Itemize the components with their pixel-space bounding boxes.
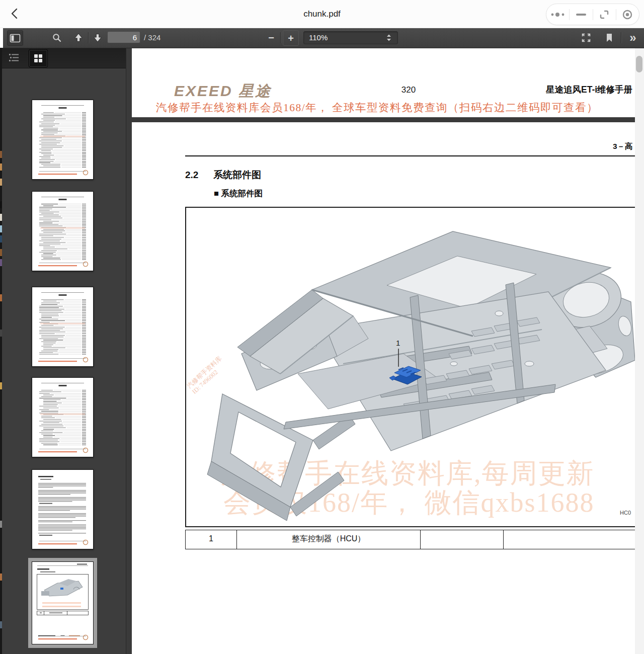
thumbnail-page-2[interactable] bbox=[32, 191, 94, 271]
zoom-out-button[interactable]: − bbox=[264, 30, 279, 45]
pdf-page-current: 3－高 2.2系统部件图 ■ 系统部件图 汽修帮手资料库 ID: 7496002… bbox=[132, 122, 635, 654]
zoom-level-select[interactable]: 110% bbox=[303, 31, 398, 44]
page-count-label: / 324 bbox=[144, 28, 160, 48]
scrollbar-thumb[interactable] bbox=[636, 56, 642, 72]
thumbnail-page-4[interactable] bbox=[32, 377, 94, 457]
thumbnail-page-6[interactable] bbox=[32, 561, 94, 644]
toolbar-separator bbox=[280, 32, 281, 43]
pdf-page-previous: EXEED 星途 320 星途追风ET-i维修手册 汽修帮手在线资料库会员168… bbox=[132, 48, 635, 117]
thumbnail-page-3[interactable] bbox=[32, 287, 94, 367]
bookmark-icon bbox=[605, 33, 614, 43]
thumbnail-sidebar bbox=[0, 48, 126, 654]
manual-title: 星途追风ET-i维修手册 bbox=[546, 84, 632, 96]
chapter-header: 3－高 bbox=[613, 141, 633, 152]
toggle-sidebar-icon bbox=[10, 34, 21, 43]
page-number-input[interactable] bbox=[107, 31, 140, 43]
toolbar-separator bbox=[621, 32, 621, 43]
parts-table-index-cell: 1 bbox=[186, 530, 237, 549]
minimize-icon bbox=[575, 12, 587, 17]
square-bullet-icon: ■ bbox=[214, 189, 219, 198]
thumbnail-page-1[interactable] bbox=[32, 100, 94, 180]
parts-table-empty-cell bbox=[421, 530, 504, 549]
toggle-sidebar-button[interactable] bbox=[7, 30, 23, 46]
chapter-rule bbox=[185, 155, 635, 156]
footer-page-number: 320 bbox=[383, 85, 434, 95]
parts-table-name-cell: 整车控制器（HCU） bbox=[237, 530, 421, 549]
zoom-level-value: 110% bbox=[309, 33, 328, 42]
search-icon bbox=[52, 33, 62, 43]
zoom-in-button[interactable]: + bbox=[283, 30, 299, 46]
more-tools-button[interactable]: » bbox=[625, 30, 640, 45]
next-page-button[interactable] bbox=[90, 30, 105, 45]
previous-page-button[interactable] bbox=[71, 30, 86, 45]
focus-target-button[interactable] bbox=[616, 4, 639, 25]
more-options-button[interactable] bbox=[546, 4, 569, 25]
presentation-mode-button[interactable] bbox=[579, 30, 594, 45]
pdf-toolbar: / 324 − + 110% » bbox=[3, 28, 644, 48]
target-icon bbox=[621, 9, 633, 21]
parts-table-empty-cell bbox=[504, 530, 635, 549]
toolbar-separator bbox=[88, 32, 89, 43]
desktop-edge-artifacts bbox=[0, 48, 2, 654]
parts-table: 1 整车控制器（HCU） bbox=[185, 530, 635, 549]
window-controls bbox=[546, 4, 639, 25]
figure-code: HC0 bbox=[620, 510, 631, 516]
minimize-button[interactable] bbox=[570, 4, 592, 25]
thumbnails-grid-icon bbox=[33, 53, 43, 63]
search-button[interactable] bbox=[49, 30, 64, 45]
pdf-viewer[interactable]: EXEED 星途 320 星途追风ET-i维修手册 汽修帮手在线资料库会员168… bbox=[126, 48, 635, 654]
sidebar-header bbox=[0, 48, 126, 68]
footer-watermark-text: 汽修帮手在线资料库会员168/年， 全球车型资料免费查询（扫码右边二维码即可查看… bbox=[156, 100, 635, 115]
brand-logo: EXEED 星途 bbox=[174, 81, 272, 102]
restore-window-icon bbox=[598, 9, 610, 21]
body-in-white-illustration: 1 bbox=[187, 213, 635, 522]
outline-view-button[interactable] bbox=[6, 50, 22, 65]
thumbnail-list bbox=[0, 68, 126, 654]
section-heading: 2.2系统部件图 bbox=[185, 169, 261, 182]
fullscreen-icon bbox=[581, 32, 592, 43]
figure-callout-number: 1 bbox=[396, 339, 400, 347]
more-dots-icon bbox=[549, 11, 567, 18]
thumbnail-page-5[interactable] bbox=[32, 469, 94, 549]
subsection-heading: ■ 系统部件图 bbox=[214, 188, 263, 199]
restore-window-button[interactable] bbox=[593, 4, 616, 25]
section-title: 系统部件图 bbox=[213, 170, 261, 180]
arrow-up-icon bbox=[73, 32, 84, 43]
vertical-scrollbar[interactable] bbox=[635, 48, 644, 654]
outline-icon bbox=[9, 52, 20, 63]
figure-box: 汽修帮手资料库 ID: 7496002 汽修帮手在线资料库,每周更新 会员仅16… bbox=[185, 207, 635, 527]
window-titlebar: chunk.pdf bbox=[0, 0, 644, 28]
section-number: 2.2 bbox=[185, 170, 213, 181]
bookmark-button[interactable] bbox=[602, 30, 617, 45]
select-spinner-icon bbox=[386, 34, 391, 41]
arrow-down-icon bbox=[92, 32, 103, 43]
subsection-title: 系统部件图 bbox=[221, 189, 263, 198]
thumbnail-view-button[interactable] bbox=[29, 49, 48, 67]
